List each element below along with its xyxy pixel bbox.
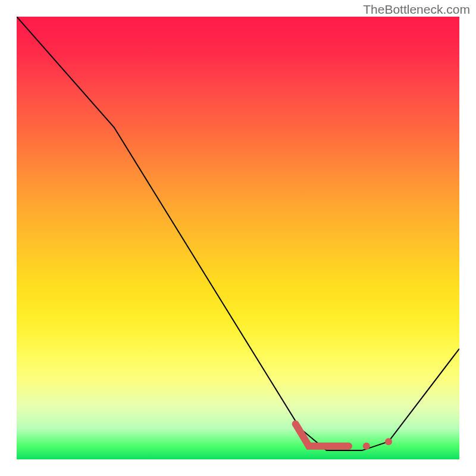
optimal-dot <box>385 438 392 445</box>
chart-svg <box>17 17 459 459</box>
bottleneck-curve-line <box>17 17 459 450</box>
optimal-highlight-dots <box>363 438 392 450</box>
optimal-highlight-segment <box>296 424 349 446</box>
chart-plot-area <box>17 17 459 459</box>
optimal-dot <box>363 443 370 450</box>
watermark-text: TheBottleneck.com <box>363 2 470 17</box>
